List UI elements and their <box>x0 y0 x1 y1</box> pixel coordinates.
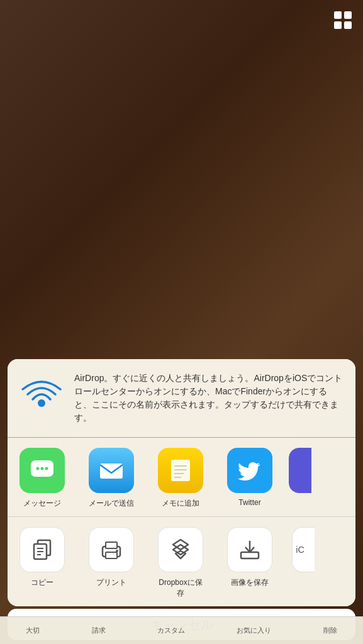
save-image-action-icon <box>227 527 272 572</box>
actions-row[interactable]: コピー プリント <box>8 517 355 606</box>
airdrop-icon <box>19 375 64 421</box>
bottom-toolbar: 大切 請求 カスタム お気に入り 削除 <box>0 616 363 644</box>
copy-label: コピー <box>31 577 53 588</box>
app-item-notes[interactable]: メモに追加 <box>146 448 215 509</box>
svg-rect-24 <box>241 552 259 558</box>
action-item-dropbox[interactable]: Dropboxに保存 <box>146 527 215 599</box>
grid-dot <box>334 21 342 29</box>
notes-label: メモに追加 <box>162 498 199 509</box>
app-item-partial <box>284 448 316 509</box>
airdrop-section[interactable]: AirDrop。すぐに近くの人と共有しましょう。AirDropをiOSでコントロ… <box>8 359 355 437</box>
grid-dot <box>334 11 342 19</box>
mail-label: メールで送信 <box>89 498 134 509</box>
action-item-print[interactable]: プリント <box>77 527 146 599</box>
notes-icon <box>158 448 203 493</box>
toolbar-item-0[interactable]: 大切 <box>26 626 40 635</box>
app-item-messages[interactable]: メッセージ <box>8 448 77 509</box>
svg-point-20 <box>116 550 118 552</box>
toolbar-item-1[interactable]: 請求 <box>92 626 106 635</box>
svg-point-3 <box>36 467 40 470</box>
copy-action-icon <box>20 527 65 572</box>
svg-rect-18 <box>106 542 117 548</box>
app-item-twitter[interactable]: Twitter <box>215 448 284 509</box>
app-item-mail[interactable]: メールで送信 <box>77 448 146 509</box>
print-action-icon <box>89 527 134 572</box>
svg-point-5 <box>45 467 48 470</box>
dropbox-action-icon <box>158 527 203 572</box>
grid-dot <box>344 11 352 19</box>
toolbar-item-2[interactable]: カスタム <box>157 626 185 635</box>
toolbar-item-3[interactable]: お気に入り <box>237 626 271 635</box>
svg-rect-19 <box>106 552 117 558</box>
svg-point-0 <box>38 399 45 407</box>
messages-icon <box>20 448 65 493</box>
svg-rect-6 <box>100 464 123 479</box>
grid-icon[interactable] <box>334 11 352 29</box>
dropbox-label: Dropboxに保存 <box>159 577 202 599</box>
partial-app-icon <box>289 448 311 493</box>
toolbar-item-4[interactable]: 削除 <box>323 626 337 635</box>
action-item-partial: iC <box>284 527 322 599</box>
partial-action-icon: iC <box>292 527 315 572</box>
messages-label: メッセージ <box>23 498 61 509</box>
print-label: プリント <box>96 577 126 588</box>
save-image-label: 画像を保存 <box>231 577 269 588</box>
twitter-label: Twitter <box>238 498 260 507</box>
svg-point-4 <box>41 467 44 470</box>
action-item-save-image[interactable]: 画像を保存 <box>215 527 284 599</box>
mail-icon <box>89 448 134 493</box>
airdrop-description: AirDrop。すぐに近くの人と共有しましょう。AirDropをiOSでコントロ… <box>74 372 344 425</box>
action-item-copy[interactable]: コピー <box>8 527 77 599</box>
twitter-icon <box>227 448 272 493</box>
app-row[interactable]: メッセージ メールで送信 <box>8 438 355 516</box>
grid-dot <box>344 21 352 29</box>
share-sheet: AirDrop。すぐに近くの人と共有しましょう。AirDropをiOSでコントロ… <box>8 359 355 606</box>
svg-text:iC: iC <box>296 545 304 555</box>
